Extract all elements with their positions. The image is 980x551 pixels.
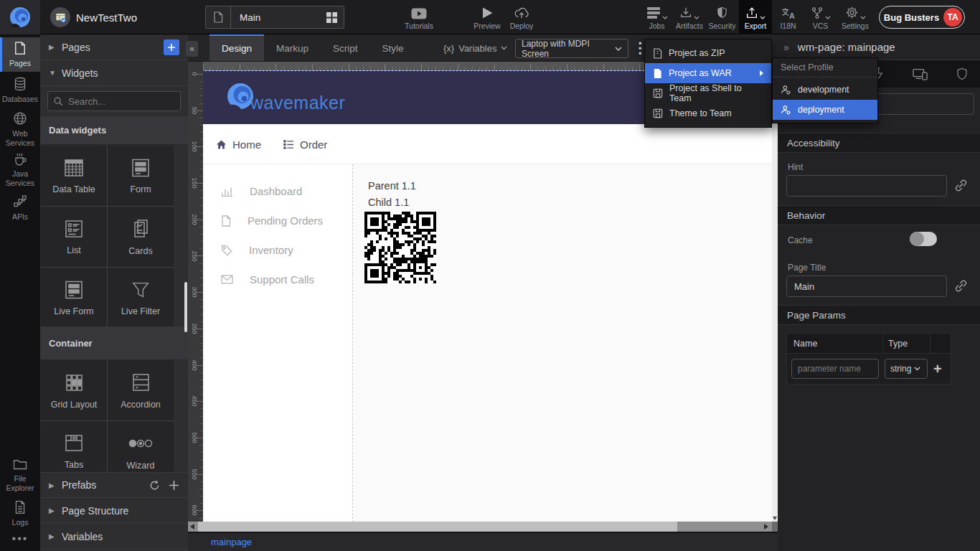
add-prefab-icon[interactable] <box>169 480 179 491</box>
canvas-vertical-scrollbar[interactable] <box>772 70 778 522</box>
canvas-horizontal-scrollbar[interactable] <box>188 522 772 532</box>
page-title-input[interactable] <box>786 276 947 297</box>
variables-section-row[interactable]: ▶ Variables <box>40 524 188 550</box>
export-button[interactable]: Export <box>739 0 772 34</box>
scroll-down-arrow-icon[interactable] <box>773 517 777 520</box>
widget-data-table[interactable]: Data Table <box>41 146 107 206</box>
horizontal-scroll-thumb[interactable] <box>198 522 677 532</box>
submenu-arrow-icon <box>760 70 763 76</box>
bind-link-icon[interactable] <box>954 179 968 192</box>
menu-item-project-as-zip[interactable]: Project as ZIP <box>645 43 771 63</box>
shield-icon[interactable] <box>956 67 969 81</box>
tab-markup[interactable]: Markup <box>264 34 321 61</box>
qr-code-image[interactable] <box>364 212 436 283</box>
accessibility-section-header: Accessibility <box>778 133 980 153</box>
git-branch-icon <box>811 6 824 19</box>
tutorials-button[interactable]: Tutorials <box>399 0 439 34</box>
menu-item-deployment[interactable]: deployment <box>773 100 877 120</box>
parent-label-widget[interactable]: Parent 1.1 <box>368 180 416 192</box>
collapse-panel-button[interactable]: « <box>186 41 198 57</box>
sidebar-item-pages[interactable]: Pages <box>0 37 40 72</box>
settings-button[interactable]: Settings <box>837 0 874 34</box>
scroll-right-arrow-icon[interactable] <box>764 524 768 529</box>
sidebar-item-databases[interactable]: Databases <box>0 72 40 109</box>
sidebar-item-logs[interactable]: Logs <box>0 495 40 532</box>
param-name-input[interactable] <box>791 359 879 379</box>
canvas-brand[interactable]: wavemaker <box>223 80 345 115</box>
sidebar-item-file-explorer[interactable]: File Explorer <box>0 455 40 495</box>
add-page-button[interactable] <box>164 39 179 55</box>
widget-live-filter[interactable]: Live Filter <box>108 268 174 328</box>
refresh-icon[interactable] <box>149 480 160 491</box>
i18n-label: I18N <box>780 22 796 30</box>
more-options-icon[interactable]: ••• <box>0 532 40 545</box>
tab-design[interactable]: Design <box>209 34 264 61</box>
page-params-section-header: Page Params <box>778 305 980 325</box>
device-selector[interactable]: Laptop with MDPI Screen <box>515 39 628 58</box>
widget-live-form[interactable]: Live Form <box>41 268 107 328</box>
devices-icon[interactable] <box>912 67 929 81</box>
menu-item-project-shell-to-team[interactable]: Project as Shell to Team <box>645 83 771 103</box>
menu-item-pending-orders[interactable]: Pending Orders <box>203 206 352 235</box>
menu-item-development[interactable]: development <box>773 80 877 100</box>
canvas-more-icon[interactable]: ••• <box>639 41 643 56</box>
team-button[interactable]: Bug Busters TA <box>879 6 965 29</box>
security-button[interactable]: Security <box>706 0 738 34</box>
export-label: Export <box>745 22 766 30</box>
preview-label: Preview <box>473 22 500 30</box>
left-panel-scrollbar[interactable] <box>184 282 187 332</box>
envelope-icon <box>221 275 233 284</box>
widget-list[interactable]: List <box>41 207 107 267</box>
menu-item-theme-to-team[interactable]: Theme to Team <box>645 103 771 123</box>
widget-grid-layout[interactable]: Grid Layout <box>41 360 107 420</box>
artifacts-button[interactable]: Artifacts <box>673 0 706 34</box>
cache-toggle[interactable] <box>910 232 937 246</box>
add-param-button[interactable]: + <box>933 361 942 377</box>
page-structure-section-row[interactable]: ▶ Page Structure <box>40 498 188 524</box>
jobs-button[interactable]: Jobs <box>641 0 673 34</box>
page-params-table: Name Type string + <box>786 333 951 385</box>
wavemaker-logo[interactable] <box>0 0 40 34</box>
deploy-button[interactable]: Deploy <box>504 0 539 34</box>
widget-search-input[interactable] <box>68 92 176 110</box>
wizard-icon <box>126 433 155 454</box>
tab-script[interactable]: Script <box>321 34 370 61</box>
sidebar-item-apis[interactable]: APIs <box>0 189 40 227</box>
menu-item-inventory[interactable]: Inventory <box>203 235 352 265</box>
prefabs-section-row[interactable]: ▶ Prefabs <box>40 472 188 498</box>
i18n-button[interactable]: A I18N <box>772 0 804 34</box>
status-tab-mainpage[interactable]: mainpage <box>211 537 252 547</box>
variables-dropdown[interactable]: {x} Variables <box>443 34 507 62</box>
menu-item-dashboard[interactable]: Dashboard <box>203 176 352 206</box>
accordion-icon <box>130 372 151 393</box>
hint-input[interactable] <box>786 175 947 197</box>
vcs-button[interactable]: VCS <box>804 0 837 34</box>
scroll-left-arrow-icon[interactable] <box>190 524 194 529</box>
open-page-tab[interactable]: Main <box>205 6 344 29</box>
child-label-widget[interactable]: Child 1.1 <box>368 197 409 208</box>
grid-view-icon[interactable] <box>320 12 344 23</box>
widget-form[interactable]: Form <box>108 146 174 206</box>
canvas-left-menu: Dashboard Pending Orders Inventory Suppo… <box>203 164 353 522</box>
nav-item-order[interactable]: Order <box>283 124 327 164</box>
widgets-section-row[interactable]: ▼ Widgets <box>40 60 188 86</box>
widget-accordion[interactable]: Accordion <box>108 360 174 420</box>
scrollbar-corner <box>772 522 778 532</box>
preview-button[interactable]: Preview <box>470 0 504 34</box>
avatar[interactable]: TA <box>943 8 962 27</box>
widget-cards[interactable]: Cards <box>108 207 174 267</box>
param-type-select[interactable]: string <box>885 359 928 379</box>
pages-section-row[interactable]: ▶ Pages <box>40 34 188 60</box>
cards-icon <box>130 218 151 240</box>
tab-style[interactable]: Style <box>370 34 416 61</box>
sidebar-item-java-services[interactable]: Java Services <box>0 149 40 189</box>
left-panel: ▶ Pages ▼ Widgets Data widgets Data Tabl… <box>40 34 188 551</box>
export-up-icon <box>745 6 758 19</box>
sidebar-item-web-services[interactable]: Web Services <box>0 109 40 149</box>
nav-item-home[interactable]: Home <box>216 124 261 164</box>
bind-link-icon[interactable] <box>954 279 968 293</box>
menu-item-support-calls[interactable]: Support Calls <box>203 265 352 294</box>
menu-item-project-as-war[interactable]: Project as WAR <box>645 63 771 83</box>
cloud-upload-icon <box>514 5 529 19</box>
expand-panel-icon[interactable]: » <box>783 42 789 53</box>
